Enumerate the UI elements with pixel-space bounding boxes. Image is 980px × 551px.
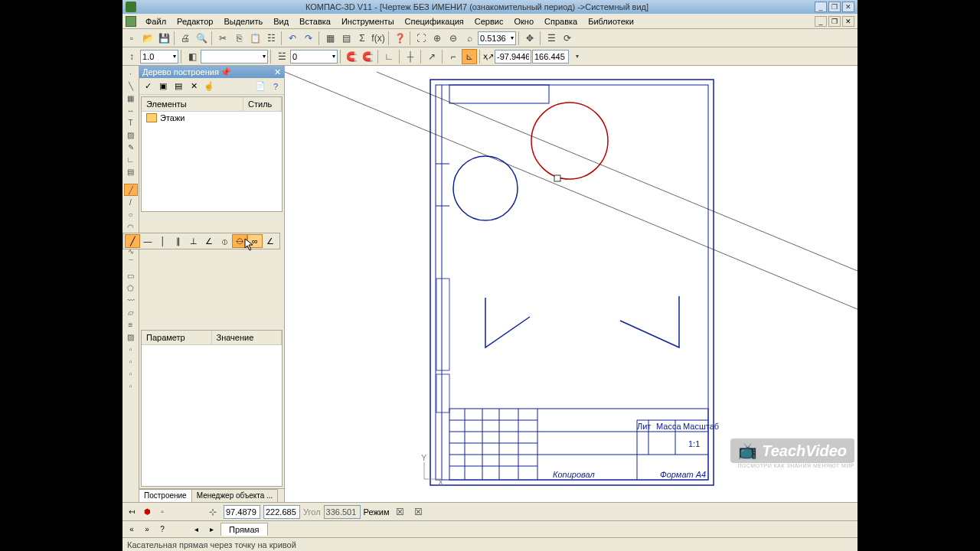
geom-grid-button[interactable]: ▦ — [124, 92, 138, 104]
tree-btn-3[interactable]: ▤ — [172, 80, 185, 93]
grid2-button[interactable]: ┼ — [403, 49, 418, 64]
flyout-bisector-button[interactable]: ∠ — [263, 234, 278, 248]
redo-button[interactable]: ↷ — [301, 31, 316, 46]
zoom-out-button[interactable]: ⊖ — [446, 31, 461, 46]
copy-button[interactable]: ⎘ — [231, 31, 247, 46]
view-combo[interactable]: ▾ — [201, 50, 268, 64]
layers-button[interactable]: ▤ — [338, 31, 354, 46]
nav-first-button[interactable]: ↤ — [126, 506, 138, 518]
snap2-button[interactable]: 🧲 — [360, 49, 375, 64]
coord-y-input[interactable] — [532, 50, 569, 64]
param-button[interactable]: ⌐ — [446, 49, 461, 64]
fillet-button[interactable]: ⌒ — [124, 257, 138, 269]
vars-button[interactable]: Σ — [354, 31, 370, 46]
rebuild-button[interactable]: ☰ — [544, 31, 559, 46]
point-x-input[interactable] — [224, 505, 260, 519]
save-button[interactable]: 💾 — [156, 31, 172, 46]
menu-tools[interactable]: Инструменты — [337, 15, 399, 28]
flyout-vert-button[interactable]: │ — [155, 234, 171, 248]
menu-view[interactable]: Вид — [269, 15, 293, 28]
geom-edit-button[interactable]: ✎ — [124, 141, 138, 153]
segment-button[interactable]: / — [124, 196, 138, 208]
mode-2-button[interactable]: ☒ — [410, 504, 426, 520]
zoom-fit-button[interactable]: ⛶ — [413, 31, 429, 46]
ortho-button[interactable]: ∟ — [381, 49, 397, 64]
stop-button[interactable]: ⬢ — [141, 506, 153, 518]
bezier-button[interactable]: 〰 — [124, 294, 138, 306]
zoom-in-button[interactable]: ⊕ — [430, 31, 445, 46]
tree-tab-manager[interactable]: Менеджер объекта ... — [192, 489, 279, 502]
menu-spec[interactable]: Спецификация — [400, 15, 469, 28]
geom-point-button[interactable]: · — [124, 67, 138, 80]
poly-button[interactable]: ⬠ — [124, 282, 138, 294]
tree-pin-button[interactable]: 📌 — [220, 67, 231, 77]
param2-button[interactable]: ⊾ — [462, 49, 477, 64]
menu-file[interactable]: Файл — [141, 15, 171, 28]
new-button[interactable]: ▫ — [124, 31, 139, 46]
close-button[interactable]: ✕ — [842, 2, 854, 12]
tree-row[interactable]: Этажи — [142, 112, 282, 124]
view-button[interactable]: ◧ — [185, 49, 200, 64]
contour-button[interactable]: ▱ — [124, 306, 138, 318]
child-maximize-button[interactable]: ❐ — [828, 16, 841, 27]
circle-button[interactable]: ○ — [124, 208, 138, 220]
layer-combo[interactable]: 0▾ — [290, 50, 338, 64]
paste-button[interactable]: 📋 — [247, 31, 263, 46]
rect-button[interactable]: ▭ — [124, 269, 138, 282]
tree-btn-2[interactable]: ▣ — [156, 80, 170, 93]
menu-libs[interactable]: Библиотеки — [583, 15, 639, 28]
more3-button[interactable]: ▫ — [124, 367, 138, 380]
state-1-button[interactable]: ↕ — [124, 49, 139, 64]
scale-combo[interactable]: 1.0▾ — [140, 50, 178, 64]
coord-more-button[interactable]: ▾ — [570, 49, 585, 64]
geom-line-button[interactable]: ╲ — [124, 80, 138, 92]
hatch2-button[interactable]: ▨ — [124, 331, 138, 343]
flyout-perp-button[interactable]: ⊥ — [186, 234, 201, 248]
snap-button[interactable]: 🧲 — [344, 49, 359, 64]
flyout-angle-button[interactable]: ∠ — [201, 234, 217, 248]
geom-text-button[interactable]: T — [124, 116, 138, 129]
nav-mode-button[interactable]: ▫ — [156, 506, 168, 518]
refresh-button[interactable]: ⟳ — [560, 31, 575, 46]
menu-select[interactable]: Выделить — [219, 15, 267, 28]
coord-x-input[interactable] — [495, 50, 531, 64]
flyout-horiz-button[interactable]: — — [140, 234, 155, 248]
tree-btn-help[interactable]: ? — [269, 80, 283, 93]
menu-edit[interactable]: Редактор — [172, 15, 217, 28]
more2-button[interactable]: ▫ — [124, 355, 138, 367]
flyout-tangent-2curve-button[interactable]: ∞ — [247, 234, 263, 248]
menu-window[interactable]: Окно — [509, 15, 538, 28]
child-close-button[interactable]: ✕ — [842, 16, 854, 27]
mode-1-button[interactable]: ☒ — [392, 504, 407, 520]
arc-button[interactable]: ◠ — [124, 220, 138, 233]
sheet-prev[interactable]: ◂ — [190, 523, 202, 536]
cut-button[interactable]: ✂ — [215, 31, 230, 46]
sheet-next[interactable]: ▸ — [205, 523, 217, 536]
fx-button[interactable]: f(x) — [371, 31, 386, 46]
sheet-tab[interactable]: Прямая — [220, 523, 268, 536]
more1-button[interactable]: ▫ — [124, 343, 138, 355]
geom-hatch-button[interactable]: ▨ — [124, 129, 138, 141]
geom-meas-button[interactable]: ▤ — [124, 165, 138, 178]
tree-btn-1[interactable]: ✓ — [141, 80, 155, 93]
geom-param-button[interactable]: ∟ — [124, 153, 138, 165]
canvas-area[interactable]: Лит Масса Масштаб 1:1 Копировал Формат A… — [285, 66, 858, 502]
print-button[interactable]: 🖨 — [178, 31, 193, 46]
aux-line-button[interactable]: ╱ — [124, 184, 138, 196]
menu-insert[interactable]: Вставка — [295, 15, 335, 28]
tab-nav-first[interactable]: « — [126, 523, 138, 536]
tree-tab-build[interactable]: Построение — [139, 489, 192, 502]
tree-close-button[interactable]: ✕ — [274, 67, 281, 77]
layer-button[interactable]: ☱ — [274, 49, 289, 64]
menu-help[interactable]: Справка — [540, 15, 582, 28]
tree-btn-4[interactable]: ✕ — [187, 80, 201, 93]
flyout-tangent-point-button[interactable]: ⦵ — [232, 234, 247, 248]
equidist-button[interactable]: ≡ — [124, 318, 138, 331]
point-xy-button[interactable]: ⊹ — [205, 504, 220, 520]
menu-service[interactable]: Сервис — [470, 15, 508, 28]
tree-btn-new[interactable]: 📄 — [253, 80, 267, 93]
maximize-button[interactable]: ❐ — [828, 2, 841, 12]
geom-dim-button[interactable]: ↔ — [124, 104, 138, 116]
more4-button[interactable]: ▫ — [124, 380, 138, 392]
flyout-tangent-button[interactable]: ⦶ — [217, 234, 232, 248]
